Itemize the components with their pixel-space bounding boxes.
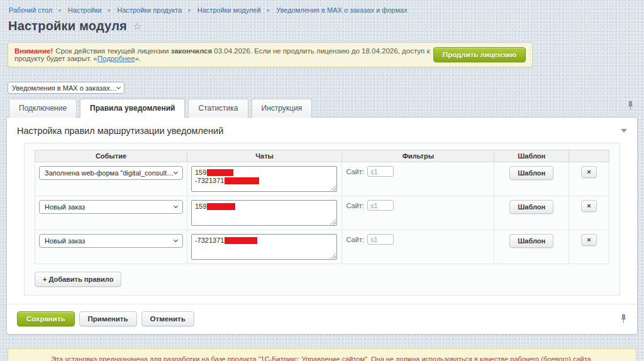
- tab-statistics[interactable]: Статистика: [188, 99, 248, 118]
- title-row: Настройки модуля ☆: [8, 19, 644, 33]
- delete-cell: ×: [569, 230, 609, 264]
- rules-table-container: СобытиеЧатыФильтрыШаблон Заполнена web-ф…: [24, 143, 620, 296]
- favorite-star-icon[interactable]: ☆: [133, 20, 142, 32]
- breadcrumb-arrow-icon: ▸: [267, 7, 270, 13]
- chevron-down-icon: [116, 84, 121, 89]
- site-filter-label: Сайт:: [346, 202, 364, 209]
- chat-id-text: -7321371: [195, 236, 225, 244]
- breadcrumb-arrow-icon: ▸: [188, 7, 191, 13]
- delete-rule-button[interactable]: ×: [581, 200, 596, 212]
- tab-label: Подключение: [19, 104, 67, 113]
- breadcrumb-link[interactable]: Настройки модулей: [197, 6, 261, 14]
- column-header: Чаты: [187, 150, 342, 162]
- license-warning-banner: Внимание!Срок действия текущей лицензии …: [8, 42, 533, 67]
- event-cell: Новый заказ: [35, 196, 187, 230]
- table-body: Заполнена web-форма "digital_consultatio…: [35, 162, 609, 264]
- resize-handle-icon[interactable]: [330, 218, 336, 225]
- table-header-row: СобытиеЧатыФильтрыШаблон: [35, 150, 609, 162]
- tab-label: Статистика: [198, 104, 238, 113]
- chat-id-line: -7321371: [195, 236, 333, 244]
- license-text-part: Срок действия текущей лицензии: [55, 47, 170, 55]
- site-filter-input[interactable]: [367, 166, 394, 177]
- collapse-section-icon[interactable]: [621, 129, 627, 133]
- event-select[interactable]: Новый заказ: [39, 200, 183, 214]
- chats-cell: -7321371: [187, 230, 342, 264]
- template-button[interactable]: Шаблон: [509, 234, 553, 248]
- event-select-value: Новый заказ: [45, 237, 85, 245]
- dev-install-warning-text: Эта установка предназначена для разработ…: [51, 355, 593, 361]
- redaction-box: [207, 203, 235, 210]
- pin-icon[interactable]: [620, 314, 627, 325]
- warning-label: Внимание!: [14, 47, 53, 55]
- breadcrumb-arrow-icon: ▸: [108, 7, 111, 13]
- column-header: Событие: [35, 150, 187, 162]
- page-title: Настройки модуля: [8, 19, 127, 33]
- redaction-box: [225, 237, 257, 244]
- site-filter-input[interactable]: [367, 234, 394, 245]
- breadcrumb-link[interactable]: Уведомления в MAX о заказах и формах: [276, 6, 407, 14]
- module-select-value: Уведомления в MAX о заказах и формах: [12, 84, 117, 92]
- chats-textarea[interactable]: -7321371: [191, 234, 337, 260]
- panel-footer: Сохранить Применить Отменить: [7, 304, 637, 334]
- renew-license-button[interactable]: Продлить лицензию: [433, 47, 526, 62]
- site-filter-label: Сайт:: [346, 236, 364, 243]
- tab-bar: Подключение Правила уведомлений Статисти…: [9, 99, 644, 118]
- cancel-button[interactable]: Отменить: [142, 311, 194, 326]
- chat-id-line: 159: [195, 202, 333, 210]
- tab-notification-rules[interactable]: Правила уведомлений: [80, 99, 185, 118]
- event-select-value: Новый заказ: [45, 203, 85, 211]
- event-select[interactable]: Новый заказ: [39, 234, 183, 248]
- tab-label: Инструкция: [262, 104, 303, 113]
- delete-cell: ×: [569, 196, 609, 230]
- chats-textarea[interactable]: 159: [191, 200, 337, 226]
- event-select[interactable]: Заполнена web-форма "digital_consultatio…: [39, 166, 183, 180]
- save-button[interactable]: Сохранить: [17, 311, 75, 326]
- tab-connection[interactable]: Подключение: [9, 99, 77, 118]
- template-button[interactable]: Шаблон: [509, 200, 553, 214]
- site-filter-input[interactable]: [367, 200, 394, 211]
- breadcrumb-link[interactable]: Настройки продукта: [117, 6, 182, 14]
- license-details-link[interactable]: Подробнее: [97, 55, 135, 62]
- template-cell: Шаблон: [494, 162, 569, 196]
- breadcrumb-link[interactable]: Рабочий стол: [9, 6, 52, 14]
- table-row: Новый заказ 159 Сайт: Шаблон ×: [35, 196, 609, 230]
- chevron-down-icon: [174, 238, 178, 242]
- template-button[interactable]: Шаблон: [509, 166, 553, 180]
- license-bold-word: закончился: [171, 47, 213, 55]
- filters-cell: Сайт:: [342, 196, 494, 230]
- redaction-box: [225, 177, 259, 184]
- license-text-part: ».: [135, 55, 141, 62]
- column-header: Шаблон: [494, 150, 569, 162]
- chats-cell: 159: [187, 196, 342, 230]
- chats-textarea[interactable]: 159-7321371: [191, 166, 337, 192]
- resize-handle-icon[interactable]: [330, 184, 336, 191]
- table-row: Новый заказ -7321371 Сайт: Шаблон ×: [35, 230, 609, 264]
- tab-label: Правила уведомлений: [90, 104, 175, 113]
- pin-icon[interactable]: [627, 101, 634, 112]
- breadcrumb-arrow-icon: ▸: [58, 7, 62, 13]
- redaction-box: [207, 169, 233, 176]
- event-cell: Заполнена web-форма "digital_consultatio…: [35, 162, 187, 196]
- event-cell: Новый заказ: [35, 230, 187, 264]
- tab-instruction[interactable]: Инструкция: [252, 99, 313, 118]
- column-header: [569, 150, 609, 162]
- column-header: Фильтры: [342, 150, 494, 162]
- resize-handle-icon[interactable]: [330, 252, 336, 258]
- license-warning-text: Внимание!Срок действия текущей лицензии …: [14, 47, 433, 62]
- template-cell: Шаблон: [494, 230, 569, 264]
- chat-id-line: -7321371: [195, 176, 333, 184]
- settings-panel: Настройка правил маршрутизации уведомлен…: [6, 117, 638, 335]
- chat-id-text: 159: [195, 169, 206, 176]
- apply-button[interactable]: Применить: [79, 311, 137, 326]
- section-header: Настройка правил маршрутизации уведомлен…: [7, 118, 637, 142]
- breadcrumb-link[interactable]: Настройки: [68, 6, 102, 14]
- delete-rule-button[interactable]: ×: [581, 166, 596, 178]
- chat-id-line: 159: [195, 168, 333, 176]
- chats-cell: 159-7321371: [187, 162, 342, 196]
- add-rule-button[interactable]: + Добавить правило: [35, 272, 121, 287]
- chevron-down-icon: [174, 204, 178, 208]
- delete-rule-button[interactable]: ×: [581, 234, 596, 246]
- module-select[interactable]: Уведомления в MAX о заказах и формах: [8, 82, 125, 94]
- section-title: Настройка правил маршрутизации уведомлен…: [17, 126, 223, 136]
- chat-id-text: -7321371: [195, 177, 225, 184]
